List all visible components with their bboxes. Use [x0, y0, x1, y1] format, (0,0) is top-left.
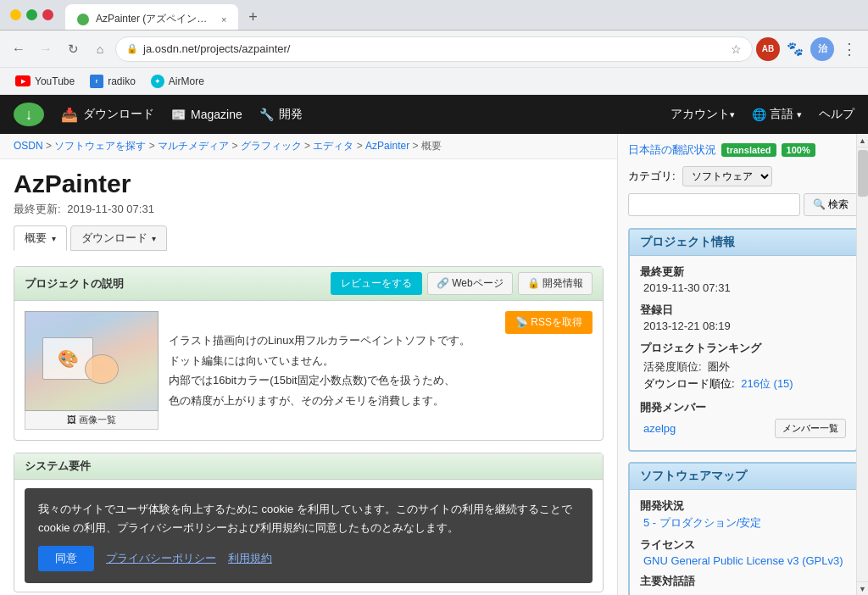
tab-favicon [77, 14, 89, 25]
project-desc-box: プロジェクトの説明 レビューをする 🔗 Webページ 🔒 開発情報 🎨 [14, 266, 604, 441]
info-members-label: 開発メンバー [640, 400, 846, 415]
dev-status-label: 開発状況 [640, 498, 846, 514]
project-desc-header: プロジェクトの説明 レビューをする 🔗 Webページ 🔒 開発情報 [14, 267, 603, 301]
subnav-download[interactable]: ダウンロード ▾ [70, 225, 168, 251]
star-icon[interactable]: ☆ [731, 42, 742, 56]
info-last-update-value: 2019-11-30 07:31 [640, 281, 846, 294]
scrollbar-up-btn[interactable]: ▲ [857, 134, 869, 147]
minimize-btn[interactable] [10, 9, 21, 20]
profile-btn[interactable]: 治 [810, 37, 834, 61]
search-btn[interactable]: 🔍 検索 [804, 193, 858, 216]
nav-dev[interactable]: 🔧 開発 [259, 107, 303, 122]
agree-btn[interactable]: 同意 [38, 546, 94, 571]
info-download-rank-row: ダウンロード順位: 216位 (15) [640, 376, 846, 392]
bookmark-airmore[interactable]: ✦ AirMore [144, 72, 211, 91]
content-left: OSDN > ソフトウェアを探す > マルチメディア > グラフィック > エデ… [0, 134, 618, 595]
extension-icon[interactable]: AB [756, 37, 780, 61]
nav-help[interactable]: ヘルプ [819, 107, 854, 122]
info-last-update: 最終更新 2019-11-30 07:31 [640, 264, 846, 294]
breadcrumb-editor[interactable]: エディタ [313, 140, 353, 152]
search-input[interactable] [628, 193, 800, 216]
system-req-body: 我々のサイトでユーザ体験を向上するために cookie を利用しています。このサ… [14, 480, 603, 592]
nav-download[interactable]: 📥 ダウンロード [61, 107, 154, 123]
info-activity-row: 活発度順位: 圏外 [640, 359, 846, 375]
info-registered-value: 2013-12-21 08:19 [640, 320, 846, 332]
info-registered-label: 登録日 [640, 303, 846, 318]
terms-link[interactable]: 利用規約 [228, 549, 272, 568]
last-update-value: 2019-11-30 07:31 [67, 203, 154, 215]
breadcrumb-search[interactable]: ソフトウェアを探す [54, 140, 146, 152]
privacy-link[interactable]: プライバシーポリシー [106, 549, 216, 568]
scrollbar-thumb[interactable] [858, 150, 868, 197]
category-select[interactable]: ソフトウェア プロジェクト 全て [682, 166, 772, 186]
scrollbar-down-btn[interactable]: ▼ [857, 581, 869, 595]
member-list-btn[interactable]: メンバー一覧 [775, 419, 846, 438]
close-btn[interactable] [42, 9, 53, 20]
radiko-label: radiko [108, 75, 136, 87]
dev-label: 開発 [279, 107, 303, 122]
screenshot-caption[interactable]: 🖼 画像一覧 [25, 411, 159, 430]
tab-close-icon[interactable]: × [221, 14, 226, 25]
home-btn[interactable]: ⌂ [88, 37, 112, 61]
bookmark-youtube[interactable]: ▶ YouTube [8, 73, 81, 90]
category-row: カテゴリ: ソフトウェア プロジェクト 全て [628, 166, 858, 186]
desc-text-area: イラスト描画向けのLinux用フルカラーペイントソフトです。 ドット編集には向い… [169, 311, 495, 410]
tab-title: AzPainter (アズペインタ... [96, 12, 214, 26]
breadcrumb-azpainter[interactable]: AzPainter [365, 140, 409, 152]
dl-rank-value[interactable]: 216位 (15) [741, 377, 793, 390]
activity-value: 圏外 [708, 360, 730, 373]
paw-icon[interactable]: 🐾 [783, 37, 807, 61]
screenshot-area: 🎨 🖼 画像一覧 [25, 311, 159, 430]
nav-magazine[interactable]: 📰 Magazine [171, 108, 242, 121]
breadcrumb-graphics[interactable]: グラフィック [241, 140, 302, 152]
breadcrumb-osdn[interactable]: OSDN [14, 140, 43, 152]
new-tab-btn[interactable]: + [242, 6, 264, 28]
active-tab[interactable]: AzPainter (アズペインタ... × [65, 4, 238, 30]
content-right: 日本語の翻訳状況 translated 100% カテゴリ: ソフトウェア プロ… [618, 134, 868, 595]
nav-language[interactable]: 🌐 言語▾ [752, 107, 802, 122]
scrollbar-track: ▲ ▼ [856, 134, 868, 595]
translation-label: 日本語の翻訳状況 [628, 142, 716, 158]
breadcrumb-multimedia[interactable]: マルチメディア [158, 140, 229, 152]
subnav-overview[interactable]: 概要 ▾ [14, 225, 67, 251]
language-section: 主要対話語 [640, 574, 846, 589]
license-value[interactable]: GNU General Public License v3 (GPLv3) [640, 554, 843, 567]
lock-icon: 🔒 [126, 43, 138, 54]
category-label: カテゴリ: [628, 169, 676, 184]
cookie-banner: 我々のサイトでユーザ体験を向上するために cookie を利用しています。このサ… [25, 488, 593, 583]
info-ranking-label: プロジェクトランキング [640, 341, 846, 356]
main-body: OSDN > ソフトウェアを探す > マルチメディア > グラフィック > エデ… [0, 134, 868, 595]
pct-badge: 100% [782, 143, 815, 157]
airmore-icon: ✦ [151, 75, 164, 88]
bookmarks-bar: ▶ YouTube r radiko ✦ AirMore [0, 68, 868, 95]
title-area: AzPainter 最終更新: 2019-11-30 07:31 概要 ▾ ダウ… [0, 159, 617, 266]
tab-bar: AzPainter (アズペインタ... × + [65, 0, 858, 30]
header-actions: レビューをする 🔗 Webページ 🔒 開発情報 [331, 272, 593, 295]
back-btn[interactable]: ← [7, 37, 31, 61]
url-text: ja.osdn.net/projects/azpainter/ [143, 42, 726, 55]
dev-status-value[interactable]: 5 - プロダクション/安定 [640, 516, 761, 529]
forward-btn[interactable]: → [34, 37, 58, 61]
breadcrumb: OSDN > ソフトウェアを探す > マルチメディア > グラフィック > エデ… [0, 134, 617, 159]
bookmark-radiko[interactable]: r radiko [83, 72, 142, 91]
dl-rank-label: ダウンロード順位: [643, 377, 735, 390]
review-btn[interactable]: レビューをする [331, 272, 422, 295]
radiko-icon: r [90, 75, 103, 88]
member-link[interactable]: azelpg [643, 422, 676, 435]
rss-area: 📡 RSSを取得 [505, 311, 593, 334]
rss-btn[interactable]: 📡 RSSを取得 [505, 311, 593, 334]
sub-nav: 概要 ▾ ダウンロード ▾ [14, 225, 604, 251]
project-info-header: プロジェクト情報 [630, 230, 856, 256]
members-row: azelpg メンバー一覧 [640, 419, 846, 438]
maximize-btn[interactable] [26, 9, 37, 20]
project-desc-body: 🎨 🖼 画像一覧 イラスト描画向けのLinux用フルカラーペイントソフトです。 … [14, 301, 603, 440]
dev-info-btn[interactable]: 🔒 開発情報 [518, 272, 593, 295]
web-btn[interactable]: 🔗 Webページ [427, 272, 513, 295]
window-controls [10, 9, 53, 20]
url-bar[interactable]: 🔒 ja.osdn.net/projects/azpainter/ ☆ [115, 36, 753, 62]
nav-account[interactable]: アカウント▾ [670, 107, 735, 122]
page-content: ↓ 📥 ダウンロード 📰 Magazine 🔧 開発 アカウント▾ 🌐 言語▾ … [0, 95, 868, 595]
reload-btn[interactable]: ↻ [61, 37, 85, 61]
menu-btn[interactable]: ⋮ [837, 37, 861, 61]
site-logo[interactable]: ↓ [14, 103, 44, 126]
